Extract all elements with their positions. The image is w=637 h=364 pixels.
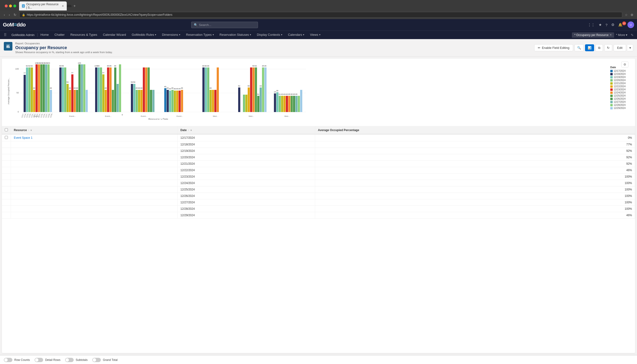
more-tabs-button[interactable]: * More▾ <box>614 33 629 37</box>
date-column-header[interactable]: Date ↑ ▾ <box>177 126 315 134</box>
legend-item-4: 12/21/2024 <box>610 82 626 84</box>
svg-text:46: 46 <box>207 65 209 67</box>
bookmark-icon[interactable]: ☆ <box>624 13 628 17</box>
tab-close-button[interactable]: ✕ <box>62 4 64 8</box>
svg-text:59: 59 <box>62 65 64 67</box>
report-footer: Row Counts Detail Rows Subtotals Grand T… <box>0 355 637 364</box>
svg-rect-20 <box>28 68 30 112</box>
legend-item-1: 12/18/2024 <box>610 73 626 75</box>
resource-filter-icon[interactable]: ▾ <box>30 129 32 132</box>
svg-rect-14 <box>24 75 26 112</box>
svg-text:77: 77 <box>71 72 74 74</box>
row-counts-knob <box>4 358 8 362</box>
nav-item-home[interactable]: Home <box>38 31 52 39</box>
new-tab-button[interactable]: + <box>72 3 78 9</box>
svg-rect-163 <box>257 96 260 112</box>
svg-rect-88 <box>114 68 116 112</box>
filter-button[interactable]: ⧉ <box>596 44 603 52</box>
active-report-tab[interactable]: * Occupancy per Resource ✕ <box>572 32 614 38</box>
traffic-light-red[interactable] <box>5 4 8 8</box>
search-report-button[interactable]: 🔍 <box>574 44 584 51</box>
nav-item-reservation-types[interactable]: Reservation Types▾ <box>183 31 216 39</box>
global-search[interactable]: 🔍 <box>191 22 258 28</box>
resource-sort-asc-icon[interactable]: ↑ <box>28 129 29 132</box>
legend-item-0: 12/17/2024 <box>610 70 626 72</box>
favorites-icon[interactable]: ★ <box>598 22 603 28</box>
nav-item-rules[interactable]: GoMeddo Rules▾ <box>129 31 159 39</box>
date-cell-3: 12/20/2024 <box>177 154 315 161</box>
traffic-light-yellow[interactable] <box>9 4 12 8</box>
back-button[interactable]: ‹ <box>3 12 6 17</box>
pencil-icon: ✏ <box>538 46 540 50</box>
reload-button[interactable]: ↻ <box>13 12 18 17</box>
svg-rect-142 <box>210 90 212 112</box>
svg-rect-154 <box>243 95 245 112</box>
svg-rect-124 <box>176 90 178 112</box>
svg-text:77: 77 <box>24 72 26 74</box>
nav-item-reservation-statuses[interactable]: Reservation Statuses▾ <box>217 31 254 39</box>
nav-item-resources[interactable]: Resources & Types <box>68 31 100 39</box>
edit-dropdown-button[interactable]: ▾ <box>628 44 633 51</box>
forward-button[interactable]: › <box>8 12 11 17</box>
svg-text:Event...: Event... <box>141 115 147 117</box>
date-filter-icon[interactable]: ▾ <box>190 129 192 132</box>
nav-item-calendar-wizard[interactable]: Calendar Wizard <box>100 31 129 39</box>
detail-rows-toggle-group: Detail Rows <box>34 358 60 362</box>
value-cell-0: 0% <box>315 134 635 141</box>
svg-rect-169 <box>264 68 266 112</box>
user-avatar[interactable]: U <box>628 22 634 28</box>
svg-text:50: 50 <box>16 92 19 94</box>
nav-item-calendars[interactable]: Calendars▾ <box>285 31 307 39</box>
svg-text:50: 50 <box>252 65 254 67</box>
svg-rect-104 <box>140 90 142 112</box>
svg-rect-118 <box>169 90 171 112</box>
legend-item-10: 12/27/2024 <box>610 100 626 103</box>
svg-rect-173 <box>274 94 276 112</box>
resource-link-0[interactable]: Event Space 1 <box>14 136 32 140</box>
resource-column-header[interactable]: Resource ↑ ▾ <box>11 126 178 134</box>
edit-nav-icon[interactable]: ✎ <box>629 33 635 37</box>
svg-text:45: 45 <box>178 88 181 90</box>
refresh-button[interactable]: ↻ <box>604 44 612 51</box>
notification-count: 13 <box>622 22 626 25</box>
address-bar[interactable]: 🔒 https://gmtrialforce-6d.lightning.forc… <box>19 12 622 18</box>
svg-text:31: 31 <box>279 93 281 95</box>
setup-icon[interactable]: ⚙ <box>610 22 615 28</box>
edit-button[interactable]: Edit <box>614 44 626 51</box>
chart-view-button[interactable]: 📊 <box>585 44 594 51</box>
help-icon[interactable]: ? <box>604 22 608 28</box>
legend-item-3: 12/20/2024 <box>610 79 626 82</box>
svg-rect-56 <box>64 68 66 112</box>
active-browser-tab[interactable]: S Occupancy per Resource | S... ✕ <box>19 2 67 10</box>
svg-text:90: 90 <box>205 65 207 67</box>
traffic-light-green[interactable] <box>13 4 16 8</box>
svg-rect-138 <box>205 68 207 112</box>
inactive-browser-tab[interactable] <box>67 5 72 7</box>
enable-field-editing-button[interactable]: ✏ Enable Field Editing <box>534 44 573 51</box>
app-launcher-icon[interactable]: ⠿ <box>2 33 8 37</box>
active-tab-close[interactable]: ✕ <box>610 33 612 36</box>
nav-item-views[interactable]: Views▾ <box>307 31 323 39</box>
nav-item-dimensions[interactable]: Dimensions▾ <box>159 31 183 39</box>
select-all-header[interactable] <box>2 126 11 134</box>
date-sort-asc-icon[interactable]: ↑ <box>188 129 189 132</box>
search-input[interactable] <box>199 23 255 27</box>
row-checkbox-0[interactable] <box>5 136 8 139</box>
detail-rows-toggle[interactable] <box>34 358 43 362</box>
svg-text:35: 35 <box>262 65 264 67</box>
nav-item-display-contexts[interactable]: Display Contexts▾ <box>254 31 285 39</box>
table-row: 12/22/2024 46% <box>2 167 635 174</box>
svg-text:59: 59 <box>66 81 69 83</box>
table-row: 12/25/2024 100% <box>2 186 635 193</box>
nav-item-chatter[interactable]: Chatter <box>52 31 68 39</box>
select-all-checkbox[interactable] <box>5 128 8 131</box>
waffle-icon[interactable]: ⋮⋮ <box>587 22 596 28</box>
extensions-icon[interactable]: ⚙ <box>630 13 634 17</box>
row-counts-toggle[interactable] <box>4 358 12 362</box>
grand-total-toggle[interactable] <box>92 358 101 362</box>
svg-text:90: 90 <box>202 65 204 67</box>
subtotals-toggle[interactable] <box>65 358 74 362</box>
svg-rect-81 <box>105 90 107 112</box>
legend-item-9: 12/26/2024 <box>610 98 626 100</box>
chart-svg-wrapper[interactable]: 100 50 0 Average Occupied Percen... <box>6 62 631 122</box>
